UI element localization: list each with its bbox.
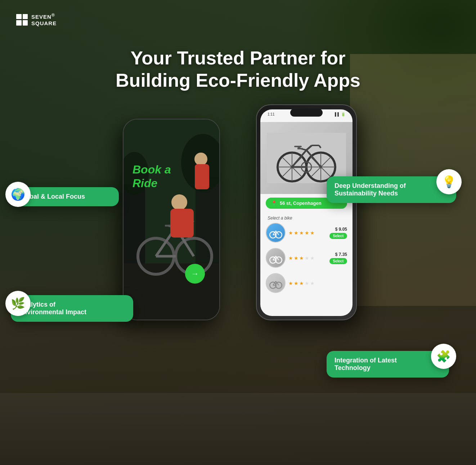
bike-thumbnail-2 xyxy=(266,248,286,268)
phones-container: Book a Ride → 1:11 ▌▌ 🔋 xyxy=(112,104,364,410)
ride-arrow-button[interactable]: → xyxy=(185,264,205,284)
headline-container: Your Trusted Partner for Building Eco-Fr… xyxy=(112,47,364,92)
select-button-1[interactable]: Select xyxy=(329,233,347,239)
bike-price-2: $ 7.35 xyxy=(329,252,347,257)
logo-text: SEVEN® SQUARE xyxy=(31,13,57,27)
leaf-icon: 🌿 xyxy=(11,297,25,310)
bike-icon-1 xyxy=(269,226,283,240)
logo-line2: SQUARE xyxy=(31,20,57,27)
logo-square-1 xyxy=(16,14,22,19)
bike-price-area-1: $ 9.05 Select xyxy=(329,227,347,239)
lightbulb-icon: 💡 xyxy=(442,175,456,189)
phone-notch xyxy=(290,109,323,117)
select-button-2[interactable]: Select xyxy=(329,258,347,264)
earth-icon: 🌍 xyxy=(11,188,25,201)
logo-square-4 xyxy=(23,20,28,26)
main-headline: Your Trusted Partner for Building Eco-Fr… xyxy=(112,47,364,92)
deep-icon-circle: 💡 xyxy=(436,169,462,194)
deep-understanding-label: Deep Understanding ofSustainability Need… xyxy=(334,182,406,197)
ride-text: Ride xyxy=(133,177,157,190)
analytics-icon-circle: 🌿 xyxy=(5,291,31,316)
bike-item-3: ★★★★★ xyxy=(266,273,347,293)
svg-rect-17 xyxy=(170,209,194,238)
phone-front: 1:11 ▌▌ 🔋 xyxy=(256,104,357,320)
hero-bike-svg xyxy=(267,133,346,183)
bike-stars-1: ★★★★★ xyxy=(288,230,315,236)
pin-icon: 📍 xyxy=(271,200,277,206)
integration-bubble: Integration of LatestTechnology xyxy=(327,351,449,378)
bike-thumbnail-3 xyxy=(266,273,286,293)
integration-label: Integration of LatestTechnology xyxy=(334,357,397,371)
bike-thumbnail-1 xyxy=(266,223,286,243)
book-a-text: Book a xyxy=(133,163,171,176)
bike-stars-2: ★★★★★ xyxy=(288,255,315,261)
logo-grid-icon xyxy=(16,14,28,26)
headline-line1: Your Trusted Partner for xyxy=(130,48,345,68)
svg-rect-2 xyxy=(124,184,145,263)
signal-icons: ▌▌ 🔋 xyxy=(335,112,345,116)
svg-rect-20 xyxy=(267,133,346,183)
time-display: 1:11 xyxy=(268,112,274,116)
logo-square-2 xyxy=(23,14,28,19)
phone-back-screen: Book a Ride → xyxy=(124,119,219,320)
location-text: 56 st, Copenhagen xyxy=(280,200,322,206)
svg-point-18 xyxy=(194,153,207,166)
phone-back: Book a Ride → xyxy=(123,119,220,320)
svg-point-16 xyxy=(171,194,187,210)
logo: SEVEN® SQUARE xyxy=(16,13,57,27)
phone-screen: 1:11 ▌▌ 🔋 xyxy=(260,109,352,316)
logo-registered: ® xyxy=(51,13,55,18)
global-icon-circle: 🌍 xyxy=(5,182,31,207)
select-bike-label: Select a bike xyxy=(268,216,292,221)
bike-item-2[interactable]: ★★★★★ $ 7.35 Select xyxy=(266,248,347,268)
logo-square-3 xyxy=(16,20,22,26)
book-ride-text: Book a Ride xyxy=(133,163,171,190)
bike-item-1[interactable]: ★★★★★ $ 9.05 Select xyxy=(266,223,347,243)
bike-price-area-2: $ 7.35 Select xyxy=(329,252,347,264)
page-content: SEVEN® SQUARE Your Trusted Partner for B… xyxy=(0,0,476,465)
logo-line1: SEVEN® xyxy=(31,13,57,20)
bike-icon-2 xyxy=(269,251,283,265)
bike-ride-illustration xyxy=(124,119,219,320)
bike-stars-3: ★★★★★ xyxy=(288,280,315,286)
svg-rect-19 xyxy=(195,164,209,189)
bike-price-1: $ 9.05 xyxy=(329,227,347,232)
puzzle-icon: 🧩 xyxy=(436,349,451,363)
headline-line2: Building Eco-Friendly Apps xyxy=(116,70,360,91)
bike-icon-3 xyxy=(269,276,283,290)
integration-icon-circle: 🧩 xyxy=(431,344,456,369)
